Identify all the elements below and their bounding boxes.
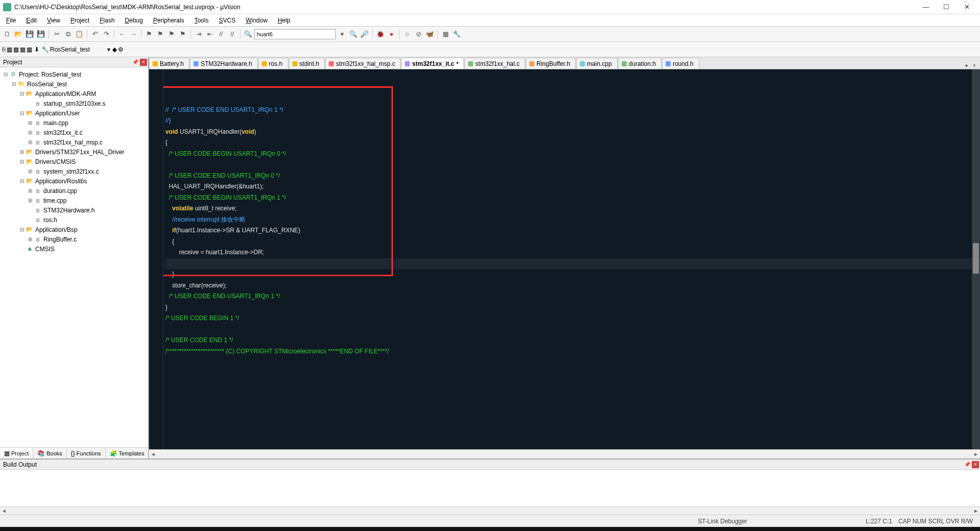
paste-icon[interactable]: 📋 xyxy=(74,29,84,39)
panel-close-icon[interactable]: × xyxy=(972,461,979,468)
file-tab[interactable]: ros.h xyxy=(258,58,288,69)
nav-fwd-icon[interactable]: → xyxy=(128,29,138,39)
tree-node[interactable]: ⊟📂Application/User xyxy=(1,108,147,118)
editor-vscroll[interactable] xyxy=(972,69,980,449)
tree-node[interactable]: ⊞📂Drivers/STM32F1xx_HAL_Driver xyxy=(1,147,147,157)
menu-peripherals[interactable]: Peripherals xyxy=(149,16,188,25)
options-icon[interactable]: ⚙ xyxy=(118,46,124,53)
analyzer-icon[interactable]: 🦋 xyxy=(425,29,435,39)
tree-node[interactable]: ⊞🗎stm32f1xx_hal_msp.c xyxy=(1,137,147,147)
editor-hscroll[interactable]: ◄► xyxy=(149,449,980,458)
tree-node[interactable]: ⊞🗎RingBuffer.c xyxy=(1,234,147,244)
build-output-hscroll[interactable]: ◄► xyxy=(0,506,980,515)
file-tab[interactable]: duration.h xyxy=(618,58,662,69)
outdent-icon[interactable]: ⇤ xyxy=(205,29,215,39)
bookmark-prev-icon[interactable]: ⚑ xyxy=(155,29,165,39)
window-icon[interactable]: ▦ xyxy=(440,29,451,39)
code-line[interactable]: /************************ (C) COPYRIGHT … xyxy=(165,346,980,357)
tree-node[interactable]: ⊟📂Application/MDK-ARM xyxy=(1,89,147,99)
code-line[interactable]: volatile uint8_t receive; xyxy=(165,203,980,214)
code-line[interactable]: { xyxy=(165,137,980,149)
tree-node[interactable]: ⊟📂Application/Roslibs xyxy=(1,176,147,186)
bookmark-clear-icon[interactable]: ⚑ xyxy=(178,29,188,39)
tree-node[interactable]: ⊞🗎main.cpp xyxy=(1,118,147,128)
find-next-icon[interactable]: ▾ xyxy=(337,29,347,39)
panel-pin-icon[interactable]: 📌 xyxy=(964,461,971,468)
code-line[interactable]: receive = huart1.Instance->DR; xyxy=(165,247,980,258)
indent-icon[interactable]: ⇥ xyxy=(193,29,204,39)
menu-project[interactable]: Project xyxy=(66,16,93,25)
code-editor[interactable]: // /* USER CODE END USART1_IRQn 1 *///}v… xyxy=(149,69,980,449)
breakpoint-icon[interactable]: ● xyxy=(386,29,397,39)
panel-tab-templates[interactable]: 🧩 Templates xyxy=(106,448,149,458)
find-icon[interactable]: 🔍 xyxy=(243,29,253,39)
file-tab[interactable]: main.cpp xyxy=(576,58,618,69)
file-tab[interactable]: stm32f1xx_hal_msp.c xyxy=(325,58,401,69)
tree-node[interactable]: ⊞🗎time.cpp xyxy=(1,196,147,205)
code-line[interactable]: // /* USER CODE END USART1_IRQn 1 */ xyxy=(165,105,980,116)
code-line[interactable]: void USART1_IRQHandler(void) xyxy=(165,127,980,138)
file-tab[interactable]: Battery.h xyxy=(149,58,189,69)
file-tab[interactable]: stm32f1xx_it.c xyxy=(401,58,464,69)
debug-icon[interactable]: 🐞 xyxy=(375,29,385,39)
breakpoint-disable-icon[interactable]: ○ xyxy=(402,29,412,39)
manage-rte-icon[interactable]: ◆ xyxy=(112,46,117,53)
project-tree[interactable]: ⊟⚙Project: RosSerial_test⊟📁RosSerial_tes… xyxy=(0,67,148,447)
new-file-icon[interactable]: 🗋 xyxy=(2,29,12,39)
file-tab[interactable]: stm32f1xx_hal.c xyxy=(464,58,525,69)
target-options-icon[interactable]: 🔧 xyxy=(41,46,49,53)
incremental-find-icon[interactable]: 🔎 xyxy=(359,29,370,39)
code-line[interactable] xyxy=(165,258,980,270)
bookmark-next-icon[interactable]: ⚑ xyxy=(166,29,177,39)
tree-node[interactable]: ⊞🗎duration.cpp xyxy=(1,186,147,196)
panel-tab-books[interactable]: 📚 Books xyxy=(33,448,67,458)
save-icon[interactable]: 💾 xyxy=(24,29,35,39)
build-icon[interactable]: ▦ xyxy=(7,46,12,53)
panel-pin-icon[interactable]: 📌 xyxy=(132,59,139,66)
batch-build-icon[interactable]: ▦ xyxy=(20,46,26,53)
download-icon[interactable]: ⬇ xyxy=(34,46,39,53)
stop-build-icon[interactable]: ▦ xyxy=(27,46,32,53)
close-button[interactable]: ✕ xyxy=(957,1,977,13)
code-line[interactable]: //} xyxy=(165,115,980,127)
tree-node[interactable]: ⊟📂Drivers/CMSIS xyxy=(1,157,147,166)
code-line[interactable]: } xyxy=(165,269,980,280)
translate-icon[interactable]: ⎘ xyxy=(2,46,6,53)
code-line[interactable] xyxy=(165,324,980,335)
code-line[interactable]: HAL_UART_IRQHandler(&huart1); xyxy=(165,181,980,192)
panel-close-icon[interactable]: × xyxy=(140,59,147,66)
code-line[interactable]: /* USER CODE BEGIN 1 */ xyxy=(165,313,980,324)
tree-node[interactable]: ◆CMSIS xyxy=(1,244,147,254)
redo-icon[interactable]: ↷ xyxy=(101,29,111,39)
menu-view[interactable]: View xyxy=(43,16,64,25)
code-area[interactable]: // /* USER CODE END USART1_IRQn 1 *///}v… xyxy=(163,69,980,449)
code-line[interactable]: { xyxy=(165,236,980,248)
code-line[interactable]: /* USER CODE END 1 */ xyxy=(165,335,980,346)
tab-menu-icon[interactable]: ▾ xyxy=(963,62,970,69)
breakpoint-kill-icon[interactable]: ⊘ xyxy=(413,29,424,39)
code-line[interactable]: /* USER CODE END USART1_IRQn 1 */ xyxy=(165,291,980,302)
code-line[interactable]: /* USER CODE BEGIN USART1_IRQn 1 */ xyxy=(165,192,980,204)
copy-icon[interactable]: ⧉ xyxy=(63,29,73,39)
nav-back-icon[interactable]: ← xyxy=(117,29,127,39)
target-dropdown-icon[interactable]: ▾ xyxy=(107,46,110,53)
file-tab[interactable]: RingBuffer.h xyxy=(526,58,576,69)
code-line[interactable]: /* USER CODE END USART1_IRQn 0 */ xyxy=(165,171,980,182)
code-line[interactable]: /* USER CODE BEGIN USART1_IRQn 0 */ xyxy=(165,149,980,160)
find-combo[interactable]: huart6 xyxy=(254,29,336,39)
menu-window[interactable]: Window xyxy=(241,16,272,25)
menu-tools[interactable]: Tools xyxy=(190,16,213,25)
code-line[interactable]: if(huart1.Instance->SR & UART_FLAG_RXNE) xyxy=(165,225,980,236)
minimize-button[interactable]: — xyxy=(916,1,936,13)
tree-node[interactable]: ⊞🗎stm32f1xx_it.c xyxy=(1,128,147,137)
menu-debug[interactable]: Debug xyxy=(121,16,147,25)
maximize-button[interactable]: ☐ xyxy=(936,1,957,13)
cut-icon[interactable]: ✂ xyxy=(52,29,62,39)
bookmark-icon[interactable]: ⚑ xyxy=(144,29,154,39)
menu-svcs[interactable]: SVCS xyxy=(215,16,240,25)
tab-close-icon[interactable]: × xyxy=(971,62,978,69)
code-line[interactable]: } xyxy=(165,302,980,313)
comment-icon[interactable]: // xyxy=(216,29,226,39)
menu-edit[interactable]: Edit xyxy=(22,16,41,25)
tree-node[interactable]: ⊟📁RosSerial_test xyxy=(1,79,147,89)
